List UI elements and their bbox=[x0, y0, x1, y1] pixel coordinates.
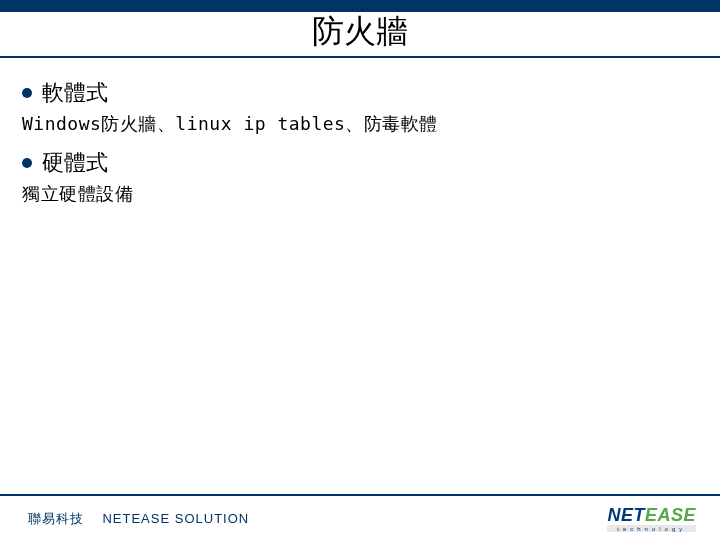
footer-rule bbox=[0, 494, 720, 496]
heading-text: 軟體式 bbox=[42, 78, 108, 108]
title-underline bbox=[0, 56, 720, 58]
section-body: 獨立硬體設備 bbox=[22, 182, 698, 206]
bullet-icon bbox=[22, 88, 32, 98]
content-area: 軟體式 Windows防火牆、linux ip tables、防毒軟體 硬體式 … bbox=[0, 56, 720, 206]
slide-title: 防火牆 bbox=[304, 6, 416, 56]
footer-company-en: NETEASE SOLUTION bbox=[102, 511, 249, 526]
slide: 防火牆 軟體式 Windows防火牆、linux ip tables、防毒軟體 … bbox=[0, 0, 720, 540]
logo-text-part1: NET bbox=[607, 505, 645, 525]
logo-subtext: technology bbox=[607, 525, 696, 532]
footer-company: 聯易科技 NETEASE SOLUTION bbox=[28, 510, 249, 528]
footer-company-cn: 聯易科技 bbox=[28, 511, 84, 526]
footer-logo: NETEASE technology bbox=[607, 506, 696, 532]
section-heading: 軟體式 bbox=[22, 78, 698, 108]
footer: 聯易科技 NETEASE SOLUTION NETEASE technology bbox=[0, 494, 720, 540]
section-heading: 硬體式 bbox=[22, 148, 698, 178]
bullet-icon bbox=[22, 158, 32, 168]
logo-text-part2: EASE bbox=[645, 505, 696, 525]
title-wrap: 防火牆 bbox=[0, 0, 720, 56]
heading-text: 硬體式 bbox=[42, 148, 108, 178]
section-body: Windows防火牆、linux ip tables、防毒軟體 bbox=[22, 112, 698, 136]
logo-wordmark: NETEASE bbox=[607, 506, 696, 524]
